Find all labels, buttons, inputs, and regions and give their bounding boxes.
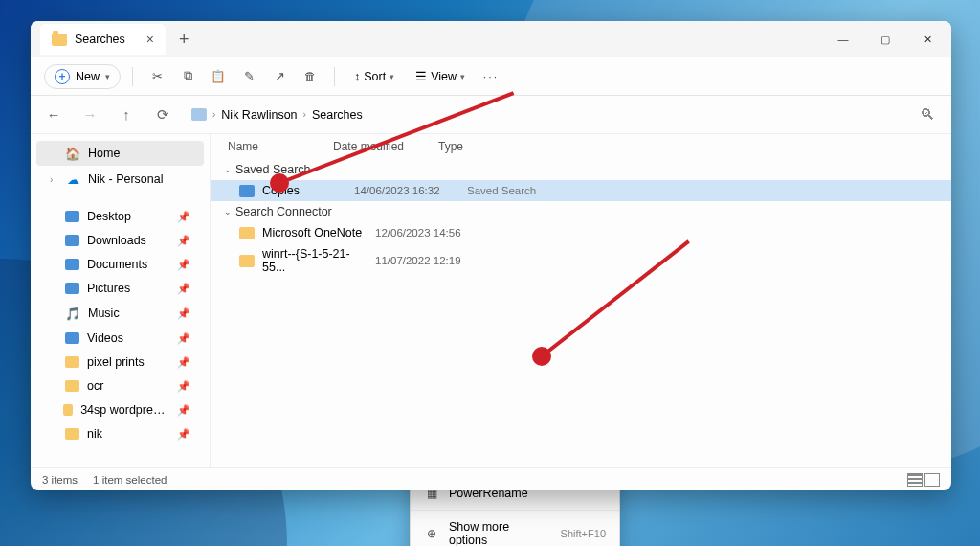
sidebar-item-label: Nik - Personal (88, 172, 164, 186)
sidebar-item-label: pixel prints (87, 355, 145, 369)
chevron-right-icon: › (303, 109, 306, 120)
chevron-down-icon: ▾ (105, 72, 110, 81)
sidebar-item-label: ocr (87, 379, 103, 393)
column-headers[interactable]: Name Date modified Type (211, 134, 951, 159)
minimize-button[interactable]: — (823, 25, 863, 54)
annotation-dot (532, 347, 551, 366)
annotation-dot (270, 173, 289, 193)
new-button[interactable]: + New ▾ (44, 64, 121, 89)
file-explorer-window: Searches × + — ▢ ✕ + New ▾ ✂ ⧉ 📋 ✎ ↗ 🗑 ↕… (31, 21, 951, 490)
sidebar-item-personal[interactable]: › ☁ Nik - Personal (36, 167, 204, 192)
folder-icon (65, 356, 79, 368)
toolbar: + New ▾ ✂ ⧉ 📋 ✎ ↗ 🗑 ↕ Sort ▾ ☰ View ▾ ··… (31, 57, 951, 96)
cloud-icon: ☁ (65, 171, 80, 187)
shortcut: Shift+F10 (561, 528, 606, 539)
chevron-right-icon: › (50, 174, 57, 185)
sidebar-item-downloads[interactable]: Downloads📌 (36, 229, 204, 252)
sidebar-item-pictures[interactable]: Pictures📌 (36, 277, 204, 300)
sidebar-item-label: nik (87, 427, 102, 441)
delete-icon[interactable]: 🗑 (298, 64, 323, 89)
details-view-icon[interactable] (907, 473, 923, 487)
sidebar-item-label: Desktop (87, 210, 131, 223)
breadcrumb-item[interactable]: Nik Rawlinson (221, 108, 297, 122)
col-name[interactable]: Name (228, 140, 333, 153)
pin-icon: 📌 (177, 235, 190, 247)
chevron-down-icon: ⌄ (224, 165, 232, 174)
file-list: Name Date modified Type ⌄Saved Search Co… (211, 134, 951, 467)
group-label: Search Connector (235, 205, 332, 218)
file-date: 12/06/2023 14:56 (375, 227, 480, 239)
file-name: Microsoft OneNote (262, 226, 368, 239)
pin-icon: 📌 (177, 332, 190, 345)
group-saved-search[interactable]: ⌄Saved Search (211, 159, 951, 180)
sidebar-item-home[interactable]: 🏠 Home (36, 141, 204, 166)
folder-icon (191, 108, 207, 121)
copy-icon[interactable]: ⧉ (175, 64, 200, 89)
documents-icon (65, 259, 79, 270)
more-icon[interactable]: ··· (479, 64, 503, 89)
cut-icon[interactable]: ✂ (145, 64, 169, 89)
group-search-connector[interactable]: ⌄Search Connector (211, 201, 951, 222)
saved-search-icon (239, 185, 255, 197)
desktop-icon (65, 211, 79, 222)
sidebar-item-label: Music (88, 307, 120, 320)
window-controls: — ▢ ✕ (823, 25, 947, 54)
maximize-button[interactable]: ▢ (865, 25, 905, 54)
file-type: Saved Search (467, 185, 536, 196)
close-button[interactable]: ✕ (907, 25, 947, 54)
up-button[interactable]: ↑ (113, 102, 140, 128)
folder-icon (239, 255, 255, 267)
sidebar-item-34sp[interactable]: 34sp wordpress hosting📌 (36, 398, 204, 421)
separator (411, 510, 619, 511)
search-icon[interactable]: 🔍︎ (913, 106, 942, 124)
sidebar-item-videos[interactable]: Videos📌 (36, 327, 204, 350)
file-row-winrt[interactable]: winrt--{S-1-5-21-55... 11/07/2022 12:19 (211, 243, 951, 278)
refresh-button[interactable]: ⟳ (149, 102, 176, 128)
back-button[interactable]: ← (40, 102, 67, 128)
sidebar-item-label: Documents (87, 258, 147, 271)
sidebar-item-pixel-prints[interactable]: pixel prints📌 (36, 351, 204, 374)
sidebar-item-nik[interactable]: nik📌 (36, 422, 204, 445)
forward-button[interactable]: → (77, 102, 103, 128)
pin-icon: 📌 (177, 380, 190, 393)
new-label: New (76, 70, 100, 83)
file-name: winrt--{S-1-5-21-55... (262, 247, 368, 274)
folder-icon (52, 34, 67, 46)
file-row-copies[interactable]: Copies 14/06/2023 16:32 Saved Search (211, 180, 951, 201)
share-icon[interactable]: ↗ (267, 64, 292, 89)
sidebar-item-music[interactable]: 🎵Music📌 (36, 301, 204, 326)
icons-view-icon[interactable] (924, 473, 940, 487)
pin-icon: 📌 (177, 283, 190, 295)
sidebar-item-ocr[interactable]: ocr📌 (36, 375, 204, 398)
file-date: 11/07/2022 12:19 (375, 255, 480, 266)
breadcrumb[interactable]: › Nik Rawlinson › Searches (186, 105, 903, 125)
separator (132, 67, 133, 86)
sort-label: Sort (364, 70, 386, 83)
file-row-onenote[interactable]: Microsoft OneNote 12/06/2023 14:56 (211, 222, 951, 243)
breadcrumb-item[interactable]: Searches (312, 108, 363, 122)
pin-icon: 📌 (177, 211, 190, 223)
folder-icon (65, 428, 79, 440)
sidebar-item-desktop[interactable]: Desktop📌 (36, 205, 204, 228)
pictures-icon (65, 283, 79, 294)
paste-icon[interactable]: 📋 (206, 64, 231, 89)
folder-icon (63, 404, 74, 416)
view-button[interactable]: ☰ View ▾ (408, 65, 473, 87)
new-tab-button[interactable]: + (179, 30, 189, 50)
status-bar: 3 items 1 item selected (31, 467, 951, 490)
sort-button[interactable]: ↕ Sort ▾ (346, 66, 402, 87)
tab-searches[interactable]: Searches × (40, 24, 166, 55)
home-icon: 🏠 (65, 146, 80, 161)
pin-icon: 📌 (177, 356, 190, 369)
ctx-label: Show more options (449, 520, 551, 546)
col-type[interactable]: Type (438, 140, 934, 153)
rename-icon[interactable]: ✎ (236, 64, 261, 89)
ctx-more[interactable]: ⊕Show more optionsShift+F10 (411, 514, 619, 546)
chevron-right-icon: › (212, 109, 215, 120)
tab-title: Searches (75, 33, 125, 46)
plus-icon: + (55, 69, 70, 84)
tab-close-icon[interactable]: × (146, 32, 154, 47)
separator (334, 67, 335, 86)
sidebar-item-documents[interactable]: Documents📌 (36, 253, 204, 276)
sidebar-item-label: 34sp wordpress hosting (80, 403, 169, 417)
